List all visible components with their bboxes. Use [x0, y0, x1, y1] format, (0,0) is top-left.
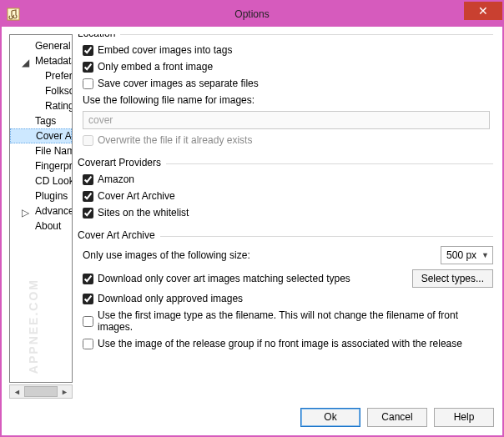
- checkbox-match-types[interactable]: [83, 274, 93, 284]
- checkbox-overwrite: [83, 135, 93, 146]
- watermark: APPNEE.COM: [27, 279, 40, 374]
- label-first-type: Use the first image type as the filename…: [98, 309, 493, 333]
- select-types-button[interactable]: Select types...: [412, 269, 493, 288]
- checkbox-caa-provider[interactable]: [83, 191, 93, 202]
- select-types-label: Select types...: [421, 273, 484, 284]
- sidebar-item-about[interactable]: About: [10, 218, 72, 234]
- sidebar-item-general[interactable]: General: [10, 38, 72, 53]
- sidebar-item-label: Tags: [35, 115, 56, 127]
- checkbox-save-separate[interactable]: [83, 78, 93, 89]
- group-providers: Coverart Providers Amazon Cover Art Arch…: [78, 163, 493, 221]
- cancel-button[interactable]: Cancel: [367, 408, 427, 427]
- sidebar-item-file-naming[interactable]: File Naming: [10, 143, 72, 158]
- sidebar-item-label: Ratings: [45, 100, 72, 112]
- window-title: Options: [2, 8, 502, 20]
- checkbox-only-front[interactable]: [83, 62, 93, 73]
- sidebar-item-label: File Naming: [35, 145, 72, 157]
- label-embed: Embed cover images into tags: [98, 44, 232, 56]
- main-panel: Location Embed cover images into tags On…: [78, 34, 495, 399]
- sidebar-item-cd-lookup[interactable]: CD Lookup: [10, 173, 72, 188]
- sidebar-item-label: Cover Art: [36, 130, 72, 142]
- sidebar-item-preferred-releases[interactable]: Preferred Releases: [10, 68, 72, 83]
- select-size-value: 500 px: [446, 249, 476, 261]
- group-title-providers: Coverart Providers: [78, 157, 166, 168]
- sidebar-wrap: General◢MetadataPreferred ReleasesFolkso…: [9, 34, 73, 399]
- options-window: Options ✕ General◢MetadataPreferred Rele…: [0, 0, 504, 437]
- sidebar-item-label: Plugins: [35, 190, 68, 202]
- label-only-front: Only embed a front image: [98, 61, 213, 73]
- group-title-location: Location: [78, 34, 120, 39]
- checkbox-whitelist[interactable]: [83, 208, 93, 218]
- scroll-track[interactable]: [24, 385, 58, 398]
- chevron-down-icon: ▼: [481, 251, 489, 259]
- checkbox-embed[interactable]: [83, 45, 93, 56]
- scroll-right-icon[interactable]: ►: [58, 385, 72, 398]
- label-save-separate: Save cover images as separate files: [98, 78, 259, 89]
- sidebar-item-label: General: [35, 40, 71, 52]
- tree-expander-icon[interactable]: ◢: [22, 56, 30, 68]
- label-size: Only use images of the following size:: [83, 249, 250, 261]
- select-size[interactable]: 500 px ▼: [441, 246, 493, 264]
- scroll-left-icon[interactable]: ◄: [10, 385, 24, 398]
- scroll-thumb[interactable]: [24, 386, 58, 397]
- label-whitelist: Sites on the whitelist: [98, 207, 189, 218]
- sidebar-item-label: Metadata: [35, 55, 72, 67]
- sidebar-item-plugins[interactable]: Plugins: [10, 188, 72, 203]
- sidebar-item-advanced[interactable]: ▷Advanced: [10, 203, 72, 218]
- tree-expander-icon[interactable]: ▷: [22, 206, 30, 218]
- label-caa-provider: Cover Art Archive: [98, 190, 175, 202]
- sidebar-item-label: CD Lookup: [35, 175, 72, 187]
- label-overwrite: Overwrite the file if it already exists: [98, 134, 252, 146]
- input-filename: [83, 111, 490, 129]
- sidebar[interactable]: General◢MetadataPreferred ReleasesFolkso…: [9, 34, 73, 383]
- group-caa: Cover Art Archive Only use images of the…: [78, 236, 493, 352]
- checkbox-first-type[interactable]: [83, 316, 93, 327]
- ok-label: Ok: [324, 411, 336, 423]
- sidebar-item-label: About: [35, 220, 61, 232]
- footer: Ok Cancel Help: [2, 399, 502, 435]
- sidebar-item-label: Folksonomy Tags: [45, 85, 72, 97]
- body: General◢MetadataPreferred ReleasesFolkso…: [2, 27, 502, 399]
- close-icon: ✕: [478, 4, 488, 18]
- label-release-group: Use the image of the release group if no…: [98, 338, 462, 349]
- group-location: Location Embed cover images into tags On…: [78, 34, 493, 148]
- sidebar-item-label: Preferred Releases: [45, 70, 72, 82]
- label-match-types: Download only cover art images matching …: [98, 273, 350, 284]
- group-title-caa: Cover Art Archive: [78, 229, 160, 241]
- sidebar-item-cover-art[interactable]: Cover Art: [10, 128, 72, 143]
- sidebar-item-ratings[interactable]: Ratings: [10, 98, 72, 113]
- sidebar-item-label: Fingerprinting: [35, 160, 72, 172]
- sidebar-item-tags[interactable]: Tags: [10, 113, 72, 128]
- sidebar-item-folksonomy-tags[interactable]: Folksonomy Tags: [10, 83, 72, 98]
- app-icon: [7, 8, 20, 21]
- sidebar-item-metadata[interactable]: ◢Metadata: [10, 53, 72, 68]
- sidebar-item-fingerprinting[interactable]: Fingerprinting: [10, 158, 72, 173]
- titlebar: Options ✕: [2, 2, 502, 27]
- help-button[interactable]: Help: [434, 408, 494, 427]
- sidebar-item-label: Advanced: [35, 205, 72, 217]
- label-filename: Use the following file name for images:: [83, 94, 255, 106]
- checkbox-approved[interactable]: [83, 294, 93, 304]
- cancel-label: Cancel: [381, 411, 412, 423]
- checkbox-amazon[interactable]: [83, 174, 93, 185]
- label-amazon: Amazon: [98, 173, 134, 185]
- ok-button[interactable]: Ok: [300, 408, 360, 427]
- close-button[interactable]: ✕: [464, 2, 502, 20]
- label-approved: Download only approved images: [98, 293, 243, 304]
- help-label: Help: [454, 411, 475, 423]
- sidebar-hscroll[interactable]: ◄ ►: [9, 384, 73, 399]
- checkbox-release-group[interactable]: [83, 339, 93, 349]
